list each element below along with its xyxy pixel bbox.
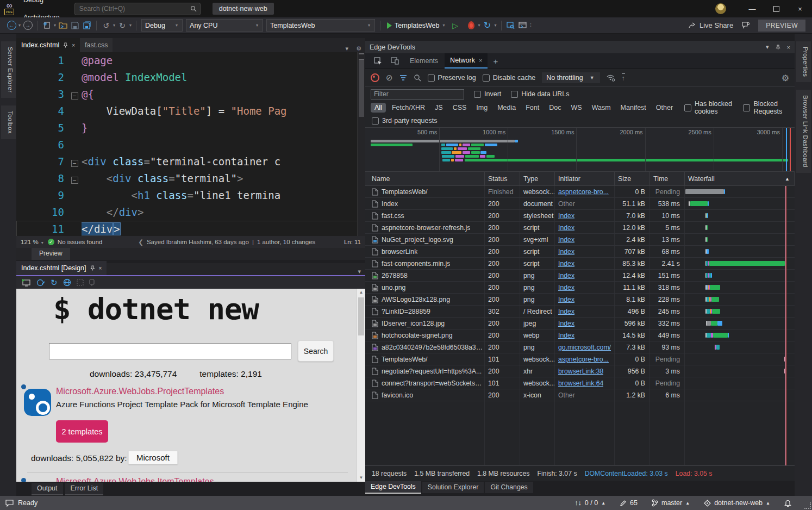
- tab-network[interactable]: Network×: [445, 53, 488, 69]
- editor-settings-icon[interactable]: ⚙: [352, 45, 365, 52]
- pin-icon[interactable]: [90, 265, 95, 271]
- table-row[interactable]: uno.png200pngIndex11.1 kB318 ms: [365, 282, 795, 294]
- table-row[interactable]: a82c03402497b2e58fd65038a369...200pnggo.…: [365, 341, 795, 353]
- network-overview-timeline[interactable]: 500 ms1000 ms1500 ms2000 ms2500 ms3000 m…: [365, 127, 795, 172]
- column-header-time[interactable]: Time: [650, 172, 685, 185]
- filter-chip-ws[interactable]: WS: [567, 103, 585, 113]
- editor-scrollbar-thumb[interactable]: [359, 60, 364, 117]
- column-header-type[interactable]: Type: [520, 172, 555, 185]
- find-in-files-icon[interactable]: [505, 20, 516, 32]
- issues-label[interactable]: No issues found: [58, 239, 102, 245]
- menu-debug[interactable]: Debug: [18, 0, 65, 9]
- initiator-link[interactable]: aspnetcore-bro...: [558, 188, 609, 196]
- initiator-link[interactable]: Index: [558, 332, 574, 339]
- save-icon[interactable]: [70, 20, 80, 32]
- package-name-link[interactable]: Microsoft.Azure.WebJobs.ProjectTemplates: [56, 387, 224, 396]
- devtools-settings-icon[interactable]: ⚙: [782, 73, 789, 83]
- initiator-link[interactable]: browserLink:38: [558, 368, 603, 375]
- bottom-tab-output[interactable]: Output: [32, 483, 63, 495]
- bottom-tab-error-list[interactable]: Error List: [65, 483, 104, 495]
- refresh-dropdown[interactable]: ▾: [495, 23, 497, 28]
- initiator-link[interactable]: Index: [558, 236, 574, 244]
- column-header-name[interactable]: Name: [368, 172, 485, 185]
- close-tab-icon[interactable]: ×: [99, 265, 102, 271]
- new-devtools-tab-icon[interactable]: +: [488, 53, 503, 69]
- feedback-icon[interactable]: [742, 22, 749, 29]
- rail-tab-properties[interactable]: Properties: [796, 41, 811, 82]
- table-row[interactable]: TemplatesWeb/Finishedwebsock...aspnetcor…: [365, 186, 795, 198]
- maximize-button[interactable]: [764, 0, 788, 17]
- tab-group-dropdown-icon[interactable]: ▾: [342, 45, 353, 52]
- close-tab-icon[interactable]: ×: [72, 42, 75, 48]
- devtools-close-icon[interactable]: ×: [787, 44, 790, 51]
- startup-project-dropdown[interactable]: TemplatesWeb▾: [266, 19, 375, 32]
- platform-dropdown[interactable]: Any CPU▾: [186, 19, 263, 32]
- table-row[interactable]: connect?transport=webSockets&...101webso…: [365, 377, 795, 389]
- preview-badge-button[interactable]: PREVIEW: [758, 20, 805, 32]
- redo-dropdown[interactable]: ▾: [129, 23, 132, 28]
- devtools-dropdown-icon[interactable]: ▾: [766, 43, 769, 51]
- browser-window-icon[interactable]: [517, 20, 528, 32]
- disable-cache-checkbox[interactable]: Disable cache: [483, 74, 536, 82]
- templates-count-button[interactable]: 2 templates: [56, 420, 108, 443]
- redo-icon[interactable]: ↻: [117, 20, 128, 32]
- filter-chip-css[interactable]: CSS: [449, 103, 471, 113]
- column-header-initiator[interactable]: Initiator: [555, 172, 615, 185]
- initiator-link[interactable]: Index: [558, 212, 574, 220]
- import-har-icon[interactable]: ↑: [622, 73, 625, 82]
- template-search-button[interactable]: Search: [298, 340, 334, 362]
- sync-status[interactable]: ↑↓ 0 / 0▲: [574, 499, 605, 507]
- save-all-icon[interactable]: [82, 20, 92, 32]
- pending-edits[interactable]: 65: [620, 499, 638, 507]
- feedback-bubble-icon[interactable]: [5, 500, 14, 507]
- table-row[interactable]: hotchocolate-signet.png200webpIndex14.5 …: [365, 329, 795, 341]
- blame-author[interactable]: Sayed Ibrahim Hashimi, 63 days ago: [147, 239, 249, 245]
- initiator-link[interactable]: aspnetcore-bro...: [558, 356, 609, 363]
- filter-icon[interactable]: [399, 74, 407, 81]
- toolbar-overflow[interactable]: ᎒: [530, 23, 532, 28]
- next-package-name-link[interactable]: Microsoft.Azure.WebJobs.ItemTemplates: [56, 477, 214, 482]
- column-header-status[interactable]: Status: [485, 172, 520, 185]
- device-emulation-icon[interactable]: [386, 53, 403, 69]
- rail-tab-toolbox[interactable]: Toolbox: [1, 105, 16, 139]
- undo-icon[interactable]: ↺: [101, 20, 111, 32]
- hot-reload-dropdown[interactable]: ▾: [478, 23, 480, 28]
- tab-elements[interactable]: Elements: [403, 53, 445, 69]
- panel-tab-git-changes[interactable]: Git Changes: [485, 482, 533, 493]
- filter-chip-font[interactable]: Font: [522, 103, 543, 113]
- fold-marker-icon[interactable]: –: [71, 177, 78, 184]
- inspect-element-icon[interactable]: [370, 53, 386, 69]
- start-debugging-button[interactable]: TemplatesWeb ▾: [387, 22, 446, 29]
- table-row[interactable]: Index200documentOther51.1 kB538 ms: [365, 198, 795, 210]
- initiator-link[interactable]: Index: [558, 272, 574, 279]
- refresh-icon[interactable]: ↻: [482, 20, 493, 32]
- git-repository[interactable]: dotnet-new-web▲: [704, 499, 770, 507]
- network-conditions-icon[interactable]: [607, 74, 615, 82]
- initiator-link[interactable]: Index: [558, 224, 574, 232]
- close-tab-icon[interactable]: ×: [479, 57, 482, 64]
- fold-marker-icon[interactable]: –: [71, 160, 78, 167]
- initiator-link[interactable]: Index: [558, 260, 574, 268]
- avatar[interactable]: [715, 3, 726, 14]
- initiator-link[interactable]: go.microsoft.com/: [558, 344, 611, 351]
- filter-chip-img[interactable]: Img: [472, 103, 491, 113]
- initiator-link[interactable]: Index: [558, 248, 574, 256]
- new-project-icon[interactable]: [41, 20, 52, 32]
- tab-index-cshtml-design[interactable]: Index.cshtml [Design] ×: [16, 261, 107, 275]
- minimize-button[interactable]: —: [740, 0, 764, 17]
- tab-preview[interactable]: Preview: [32, 248, 70, 260]
- has-blocked-cookies-checkbox[interactable]: Has blocked cookies: [684, 100, 735, 115]
- git-branch[interactable]: master▲: [652, 499, 690, 507]
- table-row[interactable]: browserLink200scriptIndex707 kB68 ms: [365, 246, 795, 258]
- table-row[interactable]: negotiate?requestUrl=https%3A...200xhrbr…: [365, 365, 795, 377]
- network-filter-input[interactable]: [371, 89, 464, 99]
- preserve-log-checkbox[interactable]: Preserve log: [428, 74, 476, 82]
- table-row[interactable]: ?LinkID=288859302/ RedirectIndex496 B245…: [365, 306, 795, 318]
- initiator-link[interactable]: browserLink:64: [558, 380, 603, 387]
- search-network-icon[interactable]: [414, 74, 421, 82]
- editor-scrollbar[interactable]: [357, 52, 365, 236]
- navigate-back-dropdown[interactable]: ▾: [18, 23, 21, 28]
- search-input[interactable]: [78, 4, 190, 13]
- preview-scrollbar[interactable]: ▲ ▼: [357, 289, 365, 482]
- third-party-requests-checkbox[interactable]: 3rd-party requests: [372, 117, 437, 125]
